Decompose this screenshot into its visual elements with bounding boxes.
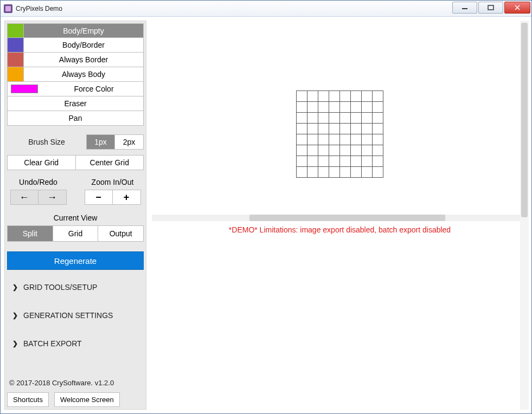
grid-cell[interactable]: [329, 101, 339, 112]
grid-cell[interactable]: [361, 123, 372, 134]
grid-cell[interactable]: [372, 90, 383, 101]
grid-cell[interactable]: [361, 101, 372, 112]
scrollbar-thumb[interactable]: [521, 23, 528, 217]
vertical-scrollbar[interactable]: [520, 21, 529, 410]
grid-cell[interactable]: [318, 134, 329, 145]
grid-cell[interactable]: [296, 101, 307, 112]
grid-cell[interactable]: [296, 123, 307, 134]
grid-cell[interactable]: [307, 112, 318, 123]
grid-cell[interactable]: [350, 90, 361, 101]
grid-cell[interactable]: [339, 90, 350, 101]
grid-cell[interactable]: [329, 156, 339, 166]
close-button[interactable]: [504, 2, 530, 14]
grid-cell[interactable]: [296, 134, 307, 145]
grid-cell[interactable]: [372, 123, 383, 134]
grid-cell[interactable]: [350, 166, 361, 177]
view-option-grid[interactable]: Grid: [53, 226, 99, 241]
grid-cell[interactable]: [329, 145, 339, 156]
force-color-label: Force Color: [44, 82, 143, 96]
brush-option-1px[interactable]: 1px: [87, 135, 115, 149]
zoom-in-button[interactable]: +: [113, 190, 141, 205]
view-option-output[interactable]: Output: [98, 226, 143, 241]
grid-cell[interactable]: [339, 166, 350, 177]
grid-cell[interactable]: [318, 156, 329, 166]
clear-grid-button[interactable]: Clear Grid: [7, 155, 76, 170]
grid-cell[interactable]: [307, 101, 318, 112]
pane-divider[interactable]: [152, 215, 528, 221]
grid-cell[interactable]: [307, 145, 318, 156]
pixel-grid[interactable]: [296, 90, 383, 178]
grid-cell[interactable]: [350, 112, 361, 123]
grid-cell[interactable]: [318, 166, 329, 177]
center-grid-button[interactable]: Center Grid: [76, 155, 144, 170]
zoom-out-button[interactable]: −: [85, 190, 113, 205]
grid-cell[interactable]: [296, 90, 307, 101]
grid-cell[interactable]: [329, 134, 339, 145]
grid-cell[interactable]: [361, 134, 372, 145]
grid-cell[interactable]: [361, 112, 372, 123]
divider-thumb[interactable]: [249, 215, 445, 221]
grid-cell[interactable]: [361, 145, 372, 156]
grid-cell[interactable]: [339, 145, 350, 156]
grid-cell[interactable]: [361, 90, 372, 101]
grid-cell[interactable]: [329, 123, 339, 134]
grid-cell[interactable]: [318, 112, 329, 123]
section-grid-tools-setup[interactable]: ❯GRID TOOLS/SETUP: [7, 283, 144, 292]
grid-cell[interactable]: [339, 101, 350, 112]
grid-cell[interactable]: [361, 156, 372, 166]
grid-cell[interactable]: [339, 134, 350, 145]
tool-pan[interactable]: Pan: [7, 111, 144, 126]
grid-cell[interactable]: [329, 166, 339, 177]
grid-cell[interactable]: [307, 90, 318, 101]
grid-cell[interactable]: [372, 112, 383, 123]
maximize-button[interactable]: [478, 2, 503, 14]
section-generation-settings[interactable]: ❯GENERATION SETTINGS: [7, 311, 144, 320]
redo-button[interactable]: →: [39, 190, 67, 205]
undo-button[interactable]: ←: [10, 190, 39, 205]
grid-cell[interactable]: [361, 166, 372, 177]
grid-cell[interactable]: [350, 101, 361, 112]
tool-body-empty[interactable]: Body/Empty: [7, 23, 144, 38]
grid-cell[interactable]: [372, 101, 383, 112]
grid-cell[interactable]: [350, 156, 361, 166]
force-color-swatch[interactable]: [11, 85, 38, 93]
copyright-text: © 2017-2018 CrySoftware. v1.2.0: [7, 376, 144, 392]
grid-cell[interactable]: [296, 166, 307, 177]
grid-cell[interactable]: [307, 123, 318, 134]
grid-cell[interactable]: [296, 112, 307, 123]
grid-cell[interactable]: [318, 101, 329, 112]
grid-cell[interactable]: [372, 134, 383, 145]
grid-cell[interactable]: [350, 123, 361, 134]
brush-option-2px[interactable]: 2px: [115, 135, 143, 149]
tool-always-border[interactable]: Always Border: [7, 53, 144, 67]
tool-force-color[interactable]: Force Color: [7, 82, 144, 96]
tool-always-body[interactable]: Always Body: [7, 67, 144, 82]
welcome-screen-button[interactable]: Welcome Screen: [54, 392, 120, 407]
grid-cell[interactable]: [372, 166, 383, 177]
grid-cell[interactable]: [350, 145, 361, 156]
view-option-split[interactable]: Split: [8, 226, 53, 241]
grid-cell[interactable]: [318, 145, 329, 156]
grid-cell[interactable]: [339, 156, 350, 166]
minimize-button[interactable]: [452, 2, 477, 14]
grid-cell[interactable]: [372, 145, 383, 156]
grid-cell[interactable]: [318, 123, 329, 134]
grid-cell[interactable]: [318, 90, 329, 101]
regenerate-button[interactable]: Regenerate: [7, 251, 144, 270]
grid-cell[interactable]: [329, 90, 339, 101]
tool-body-border[interactable]: Body/Border: [7, 38, 144, 53]
grid-cell[interactable]: [296, 156, 307, 166]
shortcuts-button[interactable]: Shortcuts: [7, 392, 49, 407]
grid-pane[interactable]: [152, 21, 528, 215]
grid-cell[interactable]: [372, 156, 383, 166]
grid-cell[interactable]: [307, 156, 318, 166]
section-batch-export[interactable]: ❯BATCH EXPORT: [7, 339, 144, 348]
tool-eraser[interactable]: Eraser: [7, 96, 144, 111]
grid-cell[interactable]: [307, 166, 318, 177]
grid-cell[interactable]: [329, 112, 339, 123]
grid-cell[interactable]: [339, 112, 350, 123]
grid-cell[interactable]: [307, 134, 318, 145]
grid-cell[interactable]: [350, 134, 361, 145]
grid-cell[interactable]: [296, 145, 307, 156]
grid-cell[interactable]: [339, 123, 350, 134]
